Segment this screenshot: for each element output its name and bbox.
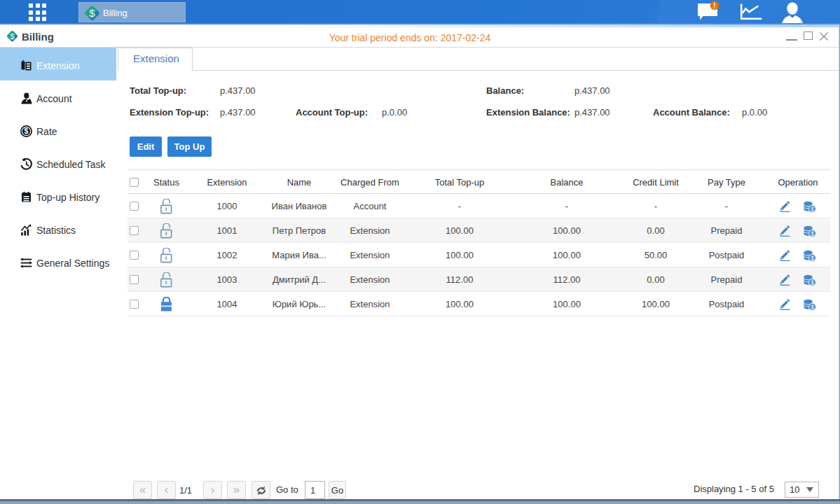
svg-text:$: $ [811, 304, 814, 311]
svg-text:$: $ [811, 230, 814, 237]
svg-text:$: $ [811, 255, 814, 262]
svg-text:$: $ [811, 206, 814, 213]
svg-text:$: $ [811, 279, 814, 286]
svg-text:$: $ [25, 127, 29, 135]
svg-text:!: ! [713, 2, 715, 10]
svg-text:$: $ [89, 7, 95, 19]
